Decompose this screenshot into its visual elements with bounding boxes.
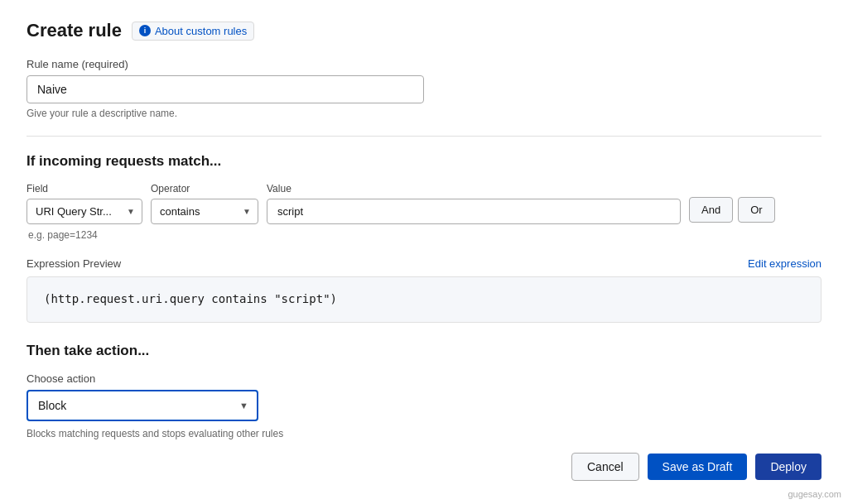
footer-buttons: Cancel Save as Draft Deploy [571,453,822,481]
field-col-label: Field [26,183,142,194]
field-column: Field URI Query Str... URI Path IP Sourc… [26,183,142,224]
action-section: Then take action... Choose action Block … [26,343,822,439]
field-select-wrapper: URI Query Str... URI Path IP Source Addr… [26,199,142,224]
rule-name-input[interactable] [26,75,424,103]
rule-name-section: Rule name (required) Give your rule a de… [26,58,822,119]
operator-select-wrapper: contains equals starts with ends with ma… [151,199,258,224]
section-divider [26,136,822,137]
action-select[interactable]: Block Allow Managed Challenge JS Challen… [26,390,258,421]
and-button[interactable]: And [689,197,733,223]
save-draft-button[interactable]: Save as Draft [648,454,748,480]
conditions-section: If incoming requests match... Field URI … [26,153,822,241]
watermark: gugesay.com [788,489,841,499]
operator-col-label: Operator [151,183,258,194]
rule-name-hint: Give your rule a descriptive name. [26,108,822,119]
action-select-wrapper: Block Allow Managed Challenge JS Challen… [26,390,258,421]
page-title: Create rule [26,20,122,41]
or-button[interactable]: Or [738,197,774,223]
expression-section: Expression Preview Edit expression (http… [26,257,822,323]
rule-name-label: Rule name (required) [26,58,822,70]
cancel-button[interactable]: Cancel [571,453,639,481]
action-heading: Then take action... [26,343,822,359]
block-hint: Blocks matching requests and stops evalu… [26,428,822,439]
operator-select[interactable]: contains equals starts with ends with ma… [151,199,258,224]
expression-preview-label: Expression Preview [26,257,121,270]
info-icon: i [139,25,151,36]
eg-text: e.g. page=1234 [28,229,822,241]
value-column: Value [267,183,681,224]
field-select[interactable]: URI Query Str... URI Path IP Source Addr… [26,199,142,224]
about-custom-rules-link[interactable]: i About custom rules [132,22,254,41]
choose-action-label: Choose action [26,372,822,385]
conditions-heading: If incoming requests match... [26,153,822,170]
expression-text: (http.request.uri.query contains "script… [44,292,337,305]
conditions-row: Field URI Query Str... URI Path IP Sourc… [26,183,822,224]
value-input[interactable] [267,199,681,224]
operator-column: Operator contains equals starts with end… [151,183,258,224]
edit-expression-link[interactable]: Edit expression [748,257,822,270]
expression-preview-box: (http.request.uri.query contains "script… [26,276,822,323]
value-col-label: Value [267,183,681,194]
deploy-button[interactable]: Deploy [755,454,822,480]
logic-buttons: And Or [689,197,775,224]
expression-header: Expression Preview Edit expression [26,257,822,270]
about-link-label: About custom rules [155,25,247,37]
page-header: Create rule i About custom rules [26,20,822,41]
